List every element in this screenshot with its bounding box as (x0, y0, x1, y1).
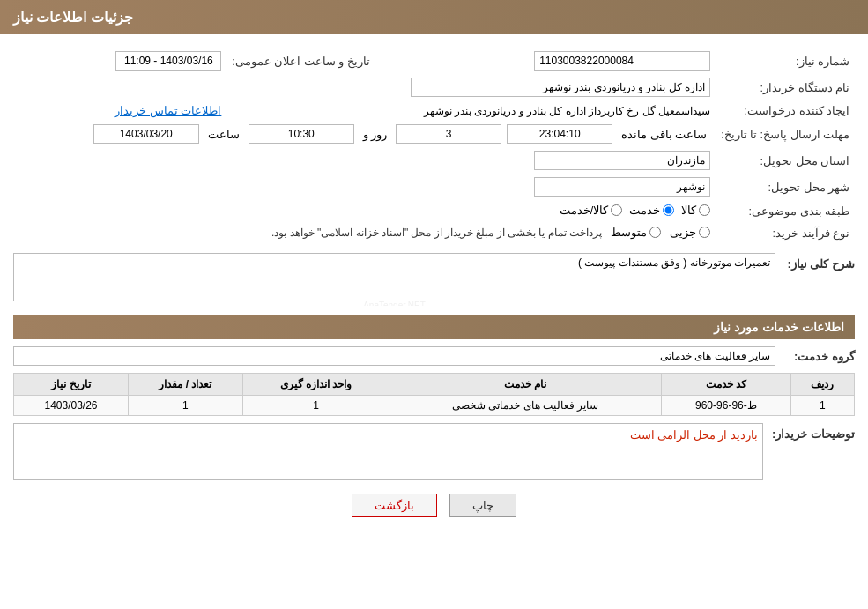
category-label: طبقه بندی موضوعی: (716, 200, 855, 222)
print-button[interactable]: چاپ (449, 494, 516, 517)
response-deadline-value: 1403/03/20 ساعت 10:30 روز و 3 23:04:10 س… (13, 121, 716, 147)
col-row-num: ردیف (790, 374, 854, 396)
requester-text: سیداسمعیل گل رخ کاربرداز اداره کل بنادر … (424, 105, 710, 117)
cell-service-code: ط-96-96-960 (662, 396, 790, 416)
requester-contact-link[interactable]: اطلاعات تماس خریدار (115, 105, 221, 117)
page-container: جزئیات اطلاعات نیاز شماره نیاز: 11030038… (0, 0, 868, 609)
cell-row-num: 1 (790, 396, 854, 416)
requester-label: ایجاد کننده درخواست: (716, 100, 855, 121)
need-number-label: شماره نیاز: (716, 48, 855, 74)
city-value: نوشهر (13, 174, 716, 200)
purchase-jozi-label: جزیی (670, 226, 696, 239)
button-group: چاپ بازگشت (13, 494, 855, 531)
col-service-name: نام خدمت (389, 374, 662, 396)
col-unit: واحد اندازه گیری (242, 374, 389, 396)
buyer-org-input: اداره کل بنادر و دریانوردی بندر نوشهر (411, 78, 710, 97)
service-info-header: اطلاعات خدمات مورد نیاز (13, 315, 855, 339)
service-group-label: گروه خدمت: (784, 350, 855, 363)
buyer-notes-label: توضیحات خریدار: (772, 423, 855, 480)
province-label: استان محل تحویل: (716, 147, 855, 174)
category-kala-khedmat: کالا/خدمت (560, 204, 622, 217)
buyer-org-value: اداره کل بنادر و دریانوردی بندر نوشهر (13, 74, 716, 100)
purchase-type-label: نوع فرآیند خرید: (716, 222, 855, 244)
requester-contact-cell: اطلاعات تماس خریدار (13, 100, 226, 121)
col-date: تاریخ نیاز (14, 374, 129, 396)
purchase-jozi-radio[interactable] (699, 227, 710, 238)
purchase-type-row: نوع فرآیند خرید: جزیی متوسط پرداخت تمام … (13, 222, 855, 244)
response-days-input: 3 (396, 124, 501, 144)
province-row: استان محل تحویل: مازندران (13, 147, 855, 174)
category-value: کالا خدمت کالا/خدمت (13, 200, 716, 222)
category-kala-khedmat-label: کالا/خدمت (560, 204, 608, 217)
service-table-header-row: ردیف کد خدمت نام خدمت واحد اندازه گیری ت… (14, 374, 855, 396)
content-area: شماره نیاز: 1103003822000084 تاریخ و ساع… (0, 34, 868, 544)
buyer-notes-section: توضیحات خریدار: بازدید از محل الزامی است (13, 423, 855, 480)
service-group-input: سایر فعالیت های خدماتی (13, 346, 775, 366)
city-input: نوشهر (534, 177, 710, 197)
response-time-input: 10:30 (249, 124, 354, 144)
announcement-date-label: تاریخ و ساعت اعلان عمومی: (226, 48, 375, 74)
service-table: ردیف کد خدمت نام خدمت واحد اندازه گیری ت… (13, 373, 855, 416)
col-service-code: کد خدمت (662, 374, 790, 396)
buyer-org-row: نام دستگاه خریدار: اداره کل بنادر و دریا… (13, 74, 855, 100)
city-label: شهر محل تحویل: (716, 174, 855, 200)
need-number-value: 1103003822000084 (375, 48, 716, 74)
need-number-row: شماره نیاز: 1103003822000084 تاریخ و ساع… (13, 48, 855, 74)
response-deadline-row: مهلت ارسال پاسخ: تا تاریخ: 1403/03/20 سا… (13, 121, 855, 147)
response-time-label: ساعت (208, 128, 240, 141)
col-quantity: تعداد / مقدار (128, 374, 242, 396)
back-button[interactable]: بازگشت (352, 494, 437, 517)
page-title: جزئیات اطلاعات نیاز (13, 10, 133, 25)
requester-value: سیداسمعیل گل رخ کاربرداز اداره کل بنادر … (226, 100, 716, 121)
service-table-header: ردیف کد خدمت نام خدمت واحد اندازه گیری ت… (14, 374, 855, 396)
category-kala: کالا (681, 204, 710, 217)
buyer-org-label: نام دستگاه خریدار: (716, 74, 855, 100)
cell-service-name: سایر فعالیت های خدماتی شخصی (389, 396, 662, 416)
buyer-notes-box: بازدید از محل الزامی است (13, 423, 763, 480)
page-header: جزئیات اطلاعات نیاز (0, 0, 868, 34)
purchase-motavaset-radio[interactable] (649, 227, 661, 238)
purchase-motavaset: متوسط (611, 226, 661, 239)
cell-quantity: 1 (128, 396, 242, 416)
requester-row: ایجاد کننده درخواست: سیداسمعیل گل رخ کار… (13, 100, 855, 121)
response-date-input: 1403/03/20 (93, 124, 199, 144)
cell-date: 1403/03/26 (14, 396, 129, 416)
buyer-notes-content: بازدید از محل الزامی است (13, 423, 763, 480)
purchase-motavaset-label: متوسط (611, 226, 647, 239)
buyer-notes-text: بازدید از محل الزامی است (630, 428, 758, 442)
need-desc-section: شرح کلی نیاز: 🛡 AnaTender.NET تعمیرات مو… (13, 253, 855, 306)
response-days-label: روز و (363, 128, 387, 141)
need-desc-content: 🛡 AnaTender.NET تعمیرات موتورخانه ( وفق … (13, 253, 775, 306)
need-desc-input: تعمیرات موتورخانه ( وفق مستندات پیوست ) (13, 253, 775, 301)
purchase-jozi: جزیی (670, 226, 710, 239)
announcement-date-input: 1403/03/16 - 11:09 (115, 51, 221, 71)
city-row: شهر محل تحویل: نوشهر (13, 174, 855, 200)
category-khedmat-label: خدمت (629, 204, 660, 217)
province-value: مازندران (13, 147, 716, 174)
service-table-body: 1 ط-96-96-960 سایر فعالیت های خدماتی شخص… (14, 396, 855, 416)
purchase-radio-group: جزیی متوسط پرداخت تمام یا بخشی از مبلغ خ… (271, 226, 710, 239)
table-row: 1 ط-96-96-960 سایر فعالیت های خدماتی شخص… (14, 396, 855, 416)
province-input: مازندران (534, 151, 710, 170)
category-khedmat: خدمت (629, 204, 674, 217)
need-number-input: 1103003822000084 (534, 51, 710, 71)
category-row: طبقه بندی موضوعی: کالا خدمت (13, 200, 855, 222)
category-kala-label: کالا (681, 204, 696, 217)
category-khedmat-radio[interactable] (663, 204, 674, 216)
cell-unit: 1 (242, 396, 389, 416)
response-remaining-input: 23:04:10 (507, 124, 612, 144)
announcement-date-value: 1403/03/16 - 11:09 (13, 48, 226, 74)
category-kala-radio[interactable] (699, 204, 710, 216)
need-desc-label: شرح کلی نیاز: (784, 253, 855, 271)
category-kala-khedmat-radio[interactable] (611, 204, 622, 216)
category-radio-group: کالا خدمت کالا/خدمت (560, 204, 710, 217)
info-table: شماره نیاز: 1103003822000084 تاریخ و ساع… (13, 48, 855, 244)
response-deadline-label: مهلت ارسال پاسخ: تا تاریخ: (716, 121, 855, 147)
service-group-row: گروه خدمت: سایر فعالیت های خدماتی (13, 346, 855, 366)
response-remaining-label: ساعت باقی مانده (621, 128, 707, 141)
purchase-note: پرداخت تمام یا بخشی از مبلغ خریدار از مح… (271, 227, 602, 239)
purchase-type-value: جزیی متوسط پرداخت تمام یا بخشی از مبلغ خ… (13, 222, 716, 244)
